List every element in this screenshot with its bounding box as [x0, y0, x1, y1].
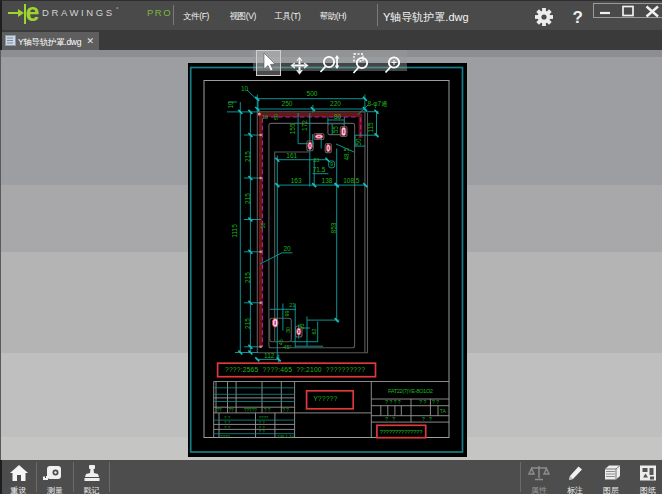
svg-text:108.5: 108.5 [343, 177, 360, 184]
svg-text:? ?: ? ? [259, 429, 266, 434]
svg-text:45: 45 [278, 339, 284, 345]
svg-text:55: 55 [332, 125, 339, 133]
svg-text:163: 163 [291, 177, 302, 184]
svg-text:10: 10 [262, 114, 268, 120]
svg-text:? ?: ? ? [385, 415, 395, 421]
svg-text:62: 62 [311, 328, 317, 334]
svg-text:TA: TA [440, 407, 447, 413]
svg-text:45°: 45° [283, 344, 291, 350]
svg-text:99: 99 [284, 310, 290, 316]
svg-text:2?6.1.10: 2?6.1.10 [277, 433, 295, 438]
svg-text:e: e [26, 1, 40, 26]
svg-text:PRO: PRO [147, 7, 172, 18]
svg-text:250: 250 [282, 100, 293, 107]
svg-text:??: ?? [217, 408, 223, 413]
svg-text:? ?: ? ? [422, 415, 432, 421]
svg-text:9: 9 [330, 161, 333, 167]
svg-text:50: 50 [273, 113, 279, 119]
svg-text:220: 220 [330, 100, 341, 107]
svg-text:°: ° [116, 6, 119, 12]
svg-text:215: 215 [244, 150, 251, 161]
svg-text:500: 500 [307, 90, 318, 97]
svg-text:??: ?? [229, 408, 235, 413]
svg-text:112: 112 [264, 351, 275, 358]
svg-text:161: 161 [286, 152, 297, 159]
svg-text:1115: 1115 [231, 223, 238, 237]
svg-text:71.5: 71.5 [313, 165, 326, 172]
svg-text:? ?: ? ? [419, 399, 426, 405]
svg-text:??????????????: ?????????????? [380, 429, 424, 435]
svg-text:50: 50 [355, 138, 362, 146]
svg-text:50: 50 [260, 222, 266, 228]
svg-text:21: 21 [289, 302, 295, 308]
svg-text:20: 20 [283, 245, 291, 252]
svg-text:10: 10 [227, 101, 234, 109]
svg-text:? ?: ? ? [264, 408, 271, 413]
svg-text:DRAWINGS: DRAWINGS [42, 7, 115, 18]
svg-text:172: 172 [301, 119, 308, 130]
svg-text:10: 10 [241, 85, 249, 92]
svg-text:Y?????: Y????? [313, 394, 337, 401]
svg-text:?: ? [573, 8, 583, 27]
svg-text:? ?: ? ? [283, 408, 290, 413]
svg-text:????: ???? [220, 433, 230, 438]
svg-text:30: 30 [285, 326, 291, 332]
svg-text:138: 138 [322, 177, 333, 184]
svg-text:853: 853 [330, 222, 337, 233]
svg-text:FAT22(7)YE-8O1O2: FAT22(7)YE-8O1O2 [388, 387, 433, 393]
svg-text:? ?: ? ? [432, 399, 439, 405]
svg-text:155: 155 [289, 123, 296, 134]
svg-text:8-φ7通: 8-φ7通 [367, 99, 388, 107]
svg-text:115: 115 [367, 121, 374, 132]
svg-text:?????: ????? [244, 408, 257, 413]
svg-text:215: 215 [244, 271, 251, 282]
svg-text:33: 33 [313, 157, 319, 163]
svg-text:215: 215 [244, 317, 251, 328]
svg-text:48.5: 48.5 [343, 147, 350, 160]
svg-text:? ? ? ?: ? ? ? ? [385, 399, 401, 405]
svg-text:????:2565 ????:465 ??:2100: ????:2565 ????:465 ??:2100 ?????????? [225, 366, 365, 373]
svg-text:? ?: ? ? [224, 424, 231, 429]
svg-text:80: 80 [334, 113, 342, 120]
svg-text:215: 215 [244, 192, 251, 203]
svg-text:33: 33 [299, 323, 305, 329]
